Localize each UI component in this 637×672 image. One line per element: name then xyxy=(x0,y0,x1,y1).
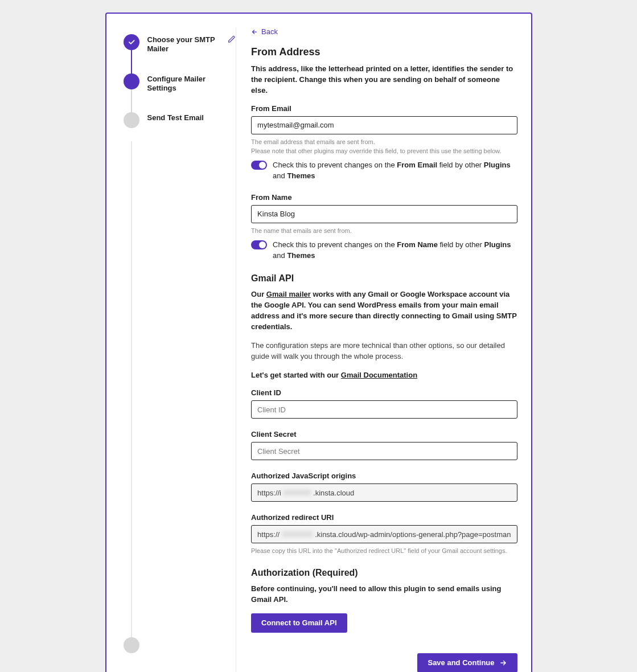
back-button[interactable]: Back xyxy=(251,27,278,36)
gmail-api-p3: Let's get started with our Gmail Documen… xyxy=(251,370,517,381)
js-origins-field: Authorized JavaScript origins https://i.… xyxy=(251,472,517,502)
from-email-lock-text: Check this to prevent changes on the Fro… xyxy=(273,160,517,182)
from-email-lock-toggle[interactable] xyxy=(251,161,267,170)
redirect-uri-value[interactable]: https://.kinsta.cloud/wp-admin/options-g… xyxy=(251,525,517,543)
gmail-api-p1: Our Gmail mailer works with any Gmail or… xyxy=(251,289,517,332)
connect-gmail-api-button[interactable]: Connect to Gmail API xyxy=(251,613,347,633)
from-email-input[interactable] xyxy=(251,116,517,134)
content-area: Back From Address This address, like the… xyxy=(236,27,519,672)
step-configure-settings[interactable]: Configure Mailer Settings xyxy=(124,73,236,93)
client-id-label: Client ID xyxy=(251,388,517,397)
gmail-api-p2: The configuration steps are more technic… xyxy=(251,341,517,362)
from-name-lock-toggle[interactable] xyxy=(251,240,267,249)
step-bullet-icon xyxy=(124,73,139,89)
from-name-lock-text: Check this to prevent changes on the Fro… xyxy=(273,240,517,261)
step-send-test[interactable]: Send Test Email xyxy=(124,112,236,128)
client-secret-input[interactable] xyxy=(251,442,517,460)
stepper-tail-dot xyxy=(124,637,139,653)
footer-row: Save and Continue xyxy=(251,653,517,672)
from-name-help: The name that emails are sent from. xyxy=(251,227,517,235)
authorization-description: Before continuing, you'll need to allow … xyxy=(251,584,517,605)
from-address-description: This address, like the letterhead printe… xyxy=(251,64,517,96)
back-label: Back xyxy=(261,27,278,36)
from-email-label: From Email xyxy=(251,104,517,113)
redirect-uri-field: Authorized redirect URI https://.kinsta.… xyxy=(251,513,517,555)
pencil-icon[interactable] xyxy=(228,34,236,43)
from-email-field: From Email The email address that emails… xyxy=(251,104,517,182)
client-secret-field: Client Secret xyxy=(251,430,517,460)
client-id-input[interactable] xyxy=(251,400,517,419)
gmail-api-heading: Gmail API xyxy=(251,273,517,284)
from-address-heading: From Address xyxy=(251,46,517,58)
redirect-uri-help: Please copy this URL into the "Authorize… xyxy=(251,547,517,555)
from-email-help1: The email address that emails are sent f… xyxy=(251,138,517,146)
arrow-left-icon xyxy=(251,28,258,35)
from-name-label: From Name xyxy=(251,193,517,202)
gmail-documentation-link[interactable]: Gmail Documentation xyxy=(341,371,417,379)
step-choose-mailer[interactable]: Choose your SMTP Mailer xyxy=(124,34,236,54)
authorization-heading: Authorization (Required) xyxy=(251,568,517,578)
from-email-help2: Please note that other plugins may overr… xyxy=(251,147,517,155)
redacted-text xyxy=(282,531,313,537)
redirect-uri-label: Authorized redirect URI xyxy=(251,513,517,522)
save-and-continue-button[interactable]: Save and Continue xyxy=(417,653,517,672)
stepper: Choose your SMTP Mailer Configure Mailer… xyxy=(118,27,236,672)
stepper-tail-line xyxy=(131,141,132,640)
client-id-field: Client ID xyxy=(251,388,517,419)
step-label: Choose your SMTP Mailer xyxy=(147,34,220,54)
js-origins-label: Authorized JavaScript origins xyxy=(251,472,517,480)
from-name-field: From Name The name that emails are sent … xyxy=(251,193,517,261)
arrow-right-icon xyxy=(499,659,507,667)
client-secret-label: Client Secret xyxy=(251,430,517,439)
step-label: Configure Mailer Settings xyxy=(147,73,236,93)
from-name-input[interactable] xyxy=(251,205,517,223)
js-origins-value[interactable]: https://i.kinsta.cloud xyxy=(251,483,517,502)
check-icon xyxy=(124,34,139,50)
redacted-text xyxy=(283,490,311,495)
wizard-card: Choose your SMTP Mailer Configure Mailer… xyxy=(105,13,532,672)
step-bullet-icon xyxy=(124,112,139,128)
step-label: Send Test Email xyxy=(147,112,204,122)
gmail-mailer-link[interactable]: Gmail mailer xyxy=(266,290,311,298)
